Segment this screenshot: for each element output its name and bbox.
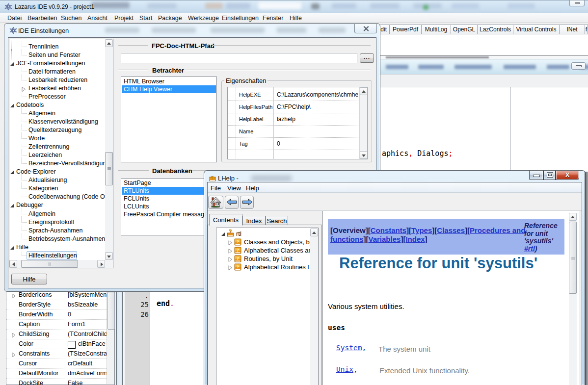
scrollbar-thumb[interactable] [105,152,113,185]
tab-index[interactable]: Index [242,216,266,226]
tree-item-alpha-routines[interactable]: ? Alphabetical Routines List [216,263,310,271]
settings-tree-item[interactable]: Zeilentrennung [9,143,105,151]
expanded-icon[interactable] [10,61,15,68]
oi-row-docksite[interactable]: DockSite False [6,379,107,385]
databases-listbox[interactable]: StartPage RTLUnits FCLUnits LCLUnits Fre… [121,178,217,235]
prop-row-helpexe[interactable]: HelpEXE C:\Lazarus\components\chmhelp [228,89,359,101]
scrollbar-thumb[interactable] [569,222,577,294]
settings-tree-item[interactable]: Quelltexterzeugung [9,126,105,134]
settings-tree-item[interactable]: Sprach-Ausnahmen [9,227,105,235]
content-scrollbar[interactable] [569,213,577,385]
scroll-up-button[interactable] [310,229,318,236]
expanded-icon[interactable] [10,203,15,210]
home-button[interactable] [208,196,223,209]
settings-tree-item[interactable]: Seiten und Fenster [9,51,105,59]
menu-projekt[interactable]: Projekt [114,15,134,22]
tree-item-alpha-classes[interactable]: ? Alphabetical Classes and Objects [216,246,310,255]
lhelp-contents-tree[interactable]: ? rtl ? Classes and Objects, by Unit ? A… [216,228,319,385]
list-item-startpage[interactable]: StartPage [122,179,216,187]
settings-tree-item[interactable]: Codeüberwachung (Code Observer) [9,193,105,201]
oi-row-borderwidth[interactable]: BorderWidth 0 [6,310,107,320]
settings-tree-item[interactable]: Bezeichner-Vervollständigung [9,159,105,168]
list-item-fpcmessages[interactable]: FreePascal Compiler messages [122,210,216,218]
palette-tab-multilog[interactable]: MultiLog [421,25,451,34]
collapsed-icon[interactable] [22,86,26,93]
settings-tree-item[interactable]: Lesbarkeit erhöhen [9,84,105,93]
oi-row-constraints[interactable]: Constraints (TSizeConstrai [6,349,107,359]
forward-button[interactable] [240,196,254,209]
list-item-chmhelpviewer[interactable]: CHM Help Viewer [122,85,216,93]
expand-icon[interactable] [12,352,16,359]
nav-link-index[interactable]: Index [405,235,425,243]
tree-item-rtl[interactable]: ? rtl [216,230,310,238]
unix-unit-link[interactable]: Unix [336,365,353,373]
expanded-icon[interactable] [10,103,15,110]
settings-tree-item[interactable]: Allgemein [9,109,105,118]
menu-fenster[interactable]: Fenster [263,15,283,22]
browse-button[interactable]: ... [360,53,374,63]
nav-link-types[interactable]: Types [411,226,432,234]
minimize-button[interactable] [529,171,543,180]
scrollbar-thumb[interactable] [21,260,78,268]
back-button[interactable] [225,196,239,209]
menu-datei[interactable]: Datei [7,15,22,22]
menu-package[interactable]: Package [158,15,182,22]
settings-tree-vscrollbar[interactable] [105,39,113,268]
expand-icon[interactable] [12,293,16,300]
menu-bearbeiten[interactable]: Bearbeiten [27,15,57,22]
settings-tree-item[interactable]: Betriebssystem-Ausnahmen [9,235,105,243]
tab-contents[interactable]: Contents [209,214,242,226]
tree-item-classes-by-unit[interactable]: ? Classes and Objects, by Unit [216,238,310,246]
list-item-htmlbrowser[interactable]: HTML Browser [122,77,216,85]
settings-tree-item[interactable]: Allgemein [9,210,105,218]
settings-tree-item[interactable]: Aktualisierung [9,176,105,184]
settings-tree-item[interactable]: Worte [9,134,105,143]
prop-row-name[interactable]: Name [228,126,359,138]
list-item-rtlunits[interactable]: RTLUnits [122,187,216,195]
settings-tree-hscrollbar[interactable] [9,260,105,268]
system-unit-link[interactable]: System [336,344,362,352]
settings-tree-item[interactable]: JCF-Formateinstellungen [9,59,105,68]
nav-link-constants[interactable]: Constants [371,226,406,234]
expand-icon[interactable] [12,332,16,339]
oi-row-bordericons[interactable]: BorderIcons [biSystemMenu [6,290,107,300]
oi-row-caption[interactable]: Caption Form1 [6,320,107,330]
settings-tree-item[interactable]: Debugger [9,201,105,209]
oi-scrollbar-thumb[interactable] [107,292,115,330]
expanded-icon[interactable] [10,245,15,252]
settings-tree-item[interactable]: Kategorien [9,184,105,193]
scroll-down-button[interactable] [360,151,368,159]
lhelp-menu-file[interactable]: File [211,184,221,192]
oi-row-borderstyle[interactable]: BorderStyle bsSizeable [6,300,107,310]
collapsed-icon[interactable] [228,240,233,246]
expanded-icon[interactable] [221,231,226,238]
code-line-25[interactable]: end. [157,299,174,308]
prop-row-tag[interactable]: Tag 0 [228,138,359,150]
menu-start[interactable]: Start [139,15,152,22]
menu-suchen[interactable]: Suchen [61,15,81,22]
menu-ansicht[interactable]: Ansicht [87,15,107,22]
main-window-titlebar[interactable]: Lazarus IDE v0.9.29 - project1 [0,0,588,13]
settings-tree-item[interactable]: Klassenvervollständigung [9,118,105,126]
settings-tree-item[interactable]: Code-Explorer [9,168,105,176]
scroll-up-button[interactable] [569,213,577,221]
settings-tree[interactable]: TrennlinienSeiten und FensterJCF-Formate… [9,39,113,268]
viewers-listbox[interactable]: HTML Browser CHM Help Viewer [121,77,217,162]
properties-grid[interactable]: HelpEXE C:\Lazarus\components\chmhelp He… [227,87,368,159]
settings-tree-item[interactable]: Hilfe [9,243,105,252]
help-button[interactable]: Hilfe [11,274,47,284]
settings-tree-item[interactable]: Codetools [9,101,105,109]
palette-tab-lazcontrols[interactable]: LazControls [477,25,513,34]
fpcdoc-path-input[interactable] [121,53,357,63]
oi-row-cursor[interactable]: Cursor crDefault [6,359,107,369]
settings-tree-item[interactable]: Lesbarkeit reduzieren [9,76,105,84]
palette-tab-partial[interactable]: f [585,25,588,34]
properties-grid-scrollbar[interactable] [359,87,368,159]
menu-werkzeuge[interactable]: Werkzeuge [188,15,219,22]
collapsed-icon[interactable] [228,257,233,263]
rtl-link[interactable]: #rtl [524,245,535,253]
expanded-icon[interactable] [10,170,15,177]
list-item-lclunits[interactable]: LCLUnits [122,203,216,210]
lhelp-menu-help[interactable]: Help [246,184,259,192]
prop-row-helplabel[interactable]: HelpLabel lazhelp [228,113,359,126]
